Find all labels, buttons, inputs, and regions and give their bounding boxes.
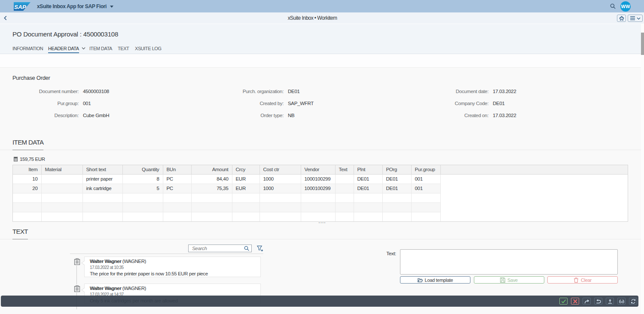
table-cell: 10 (13, 174, 41, 184)
table-cell: DE01 (354, 184, 382, 193)
vertical-scrollbar[interactable] (641, 24, 644, 314)
table-cell (301, 202, 335, 212)
search-icon[interactable] (244, 246, 249, 251)
shell-app-title-menu[interactable]: xSuite Inbox App for SAP Fiori (37, 0, 113, 12)
table-cell (232, 212, 259, 221)
field-label: Document number: (0, 89, 79, 94)
page-navigation-bar: xSuite Inbox • Workitem (0, 12, 644, 24)
table-cell: 1000100299 (301, 174, 335, 184)
table-toolbar: 159,75 EUR (14, 155, 45, 163)
column-header[interactable]: Item (13, 165, 41, 174)
tab-text[interactable]: TEXT (118, 46, 129, 52)
table-cell (354, 212, 382, 221)
tab-label: ITEM DATA (89, 46, 112, 52)
table-cell (13, 193, 41, 202)
back-button[interactable] (3, 15, 8, 21)
undo-button[interactable] (594, 298, 602, 305)
table-row[interactable] (13, 202, 628, 212)
tab-label: HEADER DATA (48, 46, 79, 53)
clear-button[interactable]: Clear (547, 276, 618, 284)
tab-information[interactable]: INFORMATION (12, 46, 43, 52)
feed-timestamp: 17.03.2022 at 10:35 (90, 265, 255, 270)
sap-logo-text: SAP (14, 4, 27, 10)
table-cell: 1000 (259, 184, 301, 193)
table-grow-handle[interactable]: .... (302, 220, 342, 223)
table-cell-filler (440, 184, 628, 193)
table-cell (41, 174, 82, 184)
load-button[interactable]: Load template (400, 276, 470, 284)
column-header[interactable]: BUn (163, 165, 191, 174)
add-filter-icon[interactable] (256, 245, 263, 252)
save-button[interactable]: Save (474, 276, 544, 284)
form-field: Pur.group:001 (0, 97, 205, 109)
upload-button[interactable] (606, 298, 614, 305)
text-editor-area[interactable] (400, 249, 618, 275)
shell-search-icon[interactable] (610, 3, 616, 9)
refresh-button[interactable] (629, 298, 637, 305)
table-cell (259, 212, 301, 221)
forward-button[interactable] (583, 298, 591, 305)
column-header[interactable]: Crcy (232, 165, 259, 174)
column-header[interactable]: Vendor (301, 165, 335, 174)
table-cell-filler (440, 212, 628, 221)
table-row[interactable]: 10printer paper8PC84,40EUR10001000100299… (13, 174, 628, 184)
reject-button[interactable] (571, 298, 579, 305)
table-cell: PC (163, 174, 191, 184)
sap-logo[interactable]: SAP (14, 2, 31, 11)
item-data-section-title: ITEM DATA (12, 137, 43, 150)
workitem-breadcrumb-title: xSuite Inbox • Workitem (9, 12, 616, 24)
column-header[interactable]: Material (41, 165, 82, 174)
chevron-down-icon (637, 17, 641, 20)
anchor-tab-bar: INFORMATIONHEADER DATAITEM DATATEXTXSUIT… (12, 44, 184, 54)
tab-menu-chevron-icon[interactable] (82, 46, 85, 50)
editor-buttons: Load templateSaveClear (400, 276, 618, 284)
column-header[interactable]: Pur.group (411, 165, 440, 174)
user-avatar[interactable]: WW (620, 1, 631, 12)
search-input[interactable] (192, 245, 239, 252)
menu-button[interactable] (628, 15, 643, 22)
item-table-container: ItemMaterialShort textQuantityBUnAmountC… (12, 165, 628, 222)
table-cell (301, 193, 335, 202)
scrollbar-thumb[interactable] (641, 33, 644, 55)
table-row[interactable]: 20ink cartridge5PC75,35EUR10001000100299… (13, 184, 628, 193)
column-header[interactable]: Text (335, 165, 354, 174)
home-button[interactable] (617, 15, 626, 22)
feed-author-name[interactable]: Walter Wagner (90, 259, 121, 264)
hamburger-icon (630, 16, 635, 21)
column-header[interactable]: Plnt (354, 165, 382, 174)
feed-author-name[interactable]: Walter Wagner (90, 286, 121, 291)
table-cell (82, 212, 122, 221)
table-cell (354, 193, 382, 202)
save-icon (500, 278, 505, 283)
table-cell (82, 202, 122, 212)
column-header[interactable]: Amount (191, 165, 232, 174)
column-header[interactable]: Cost ctr (259, 165, 301, 174)
feed-author[interactable]: Walter Wagner (WAGNER) (90, 259, 255, 264)
column-header[interactable]: POrg (382, 165, 411, 174)
table-cell (335, 174, 354, 184)
feed-divider (70, 254, 263, 254)
accept-button[interactable] (559, 298, 568, 305)
table-cell: 001 (411, 174, 440, 184)
tab-xsuite-log[interactable]: XSUITE LOG (135, 46, 162, 52)
table-cell-filler (440, 202, 628, 212)
feed-panel: Walter Wagner (WAGNER)17.03.2022 at 10:3… (70, 245, 263, 254)
accept-icon (561, 299, 566, 304)
table-cell (13, 212, 41, 221)
text-editor-panel: Text: Load templateSaveClear (375, 249, 618, 284)
binoculars-button[interactable] (617, 298, 626, 305)
feed-note-icon (74, 258, 80, 265)
tab-item-data[interactable]: ITEM DATA (89, 46, 112, 52)
table-row[interactable] (13, 193, 628, 202)
application-window: SAP xSuite Inbox App for SAP Fiori WW xS… (0, 0, 644, 314)
tab-header-data[interactable]: HEADER DATA (48, 46, 85, 53)
header-content-band (0, 54, 641, 68)
column-header[interactable]: Quantity (122, 165, 163, 174)
app-title-caret-icon (110, 6, 113, 8)
table-cell: EUR (232, 174, 259, 184)
field-label: Order type: (205, 113, 284, 118)
table-cell (41, 212, 82, 221)
column-header[interactable]: Short text (82, 165, 122, 174)
feed-author[interactable]: Walter Wagner (WAGNER) (90, 286, 255, 291)
table-cell: DE01 (354, 174, 382, 184)
